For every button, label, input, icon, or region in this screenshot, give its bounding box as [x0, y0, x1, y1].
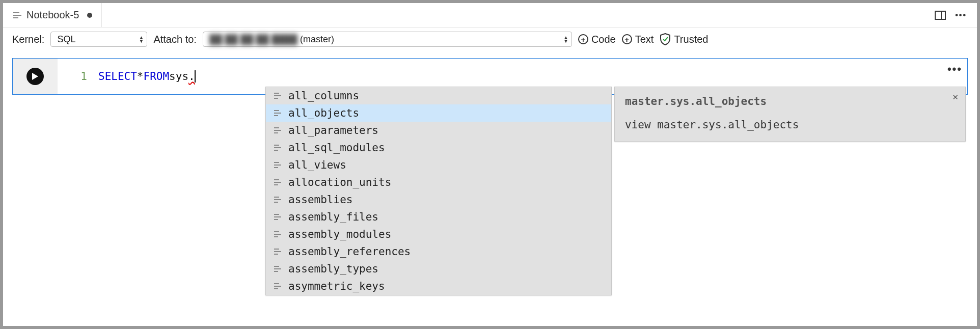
- notebook-icon: [13, 12, 21, 18]
- autocomplete-item-label: asymmetric_keys: [288, 280, 385, 292]
- shield-icon: [660, 33, 671, 45]
- autocomplete-item[interactable]: all_sql_modules: [266, 139, 611, 156]
- documentation-tooltip: ✕ master.sys.all_objects view master.sys…: [614, 87, 966, 142]
- suggestion-icon: [274, 179, 281, 185]
- token-select: SELECT: [98, 70, 137, 83]
- split-editor-icon[interactable]: [935, 11, 946, 20]
- doc-title: master.sys.all_objects: [625, 95, 955, 107]
- kernel-value: SQL: [57, 34, 75, 45]
- editor-area: 1 SELECT * FROM sys . ••• all_columnsall…: [3, 51, 977, 326]
- autocomplete-item[interactable]: all_views: [266, 156, 611, 174]
- autocomplete-item[interactable]: assembly_types: [266, 260, 611, 278]
- autocomplete-item-label: allocation_units: [288, 176, 391, 188]
- suggestion-icon: [274, 283, 281, 289]
- suggestion-icon: [274, 197, 281, 203]
- suggestion-icon: [274, 231, 281, 237]
- attach-label: Attach to:: [153, 34, 197, 45]
- doc-body: view master.sys.all_objects: [625, 119, 955, 131]
- autocomplete-item[interactable]: assembly_modules: [266, 226, 611, 243]
- attach-suffix: (master): [300, 34, 334, 44]
- trusted-indicator[interactable]: Trusted: [660, 33, 708, 45]
- autocomplete-item-label: assembly_files: [288, 211, 378, 223]
- suggestion-icon: [274, 266, 281, 272]
- suggestion-icon: [274, 127, 281, 133]
- autocomplete-item-label: assembly_modules: [288, 228, 391, 240]
- add-code-cell-button[interactable]: + Code: [578, 34, 616, 45]
- autocomplete-item[interactable]: asymmetric_keys: [266, 278, 611, 295]
- notebook-toolbar: Kernel: SQL ▲▼ Attach to: ██ ██ ██ ██ ██…: [3, 28, 977, 51]
- token-from: FROM: [144, 70, 170, 83]
- notebook-window: Notebook-5 ••• Kernel: SQL ▲▼ Attach to:…: [3, 3, 977, 326]
- suggestion-icon: [274, 93, 281, 99]
- autocomplete-item-label: all_objects: [288, 107, 359, 119]
- unsaved-indicator-icon: [87, 13, 92, 18]
- token-star: *: [137, 70, 144, 83]
- line-number: 1: [70, 70, 98, 83]
- add-code-label: Code: [591, 34, 616, 45]
- autocomplete-popup: all_columnsall_objectsall_parametersall_…: [265, 87, 612, 295]
- kernel-label: Kernel:: [12, 34, 44, 45]
- tab-title: Notebook-5: [26, 9, 79, 21]
- autocomplete-item[interactable]: all_columns: [266, 87, 611, 104]
- run-cell-button[interactable]: [26, 68, 44, 85]
- plus-circle-icon: +: [622, 34, 632, 44]
- add-text-cell-button[interactable]: + Text: [622, 34, 654, 45]
- select-arrows-icon: ▲▼: [139, 36, 144, 43]
- autocomplete-item-label: assembly_types: [288, 263, 378, 275]
- suggestion-icon: [274, 162, 281, 168]
- cell-more-icon[interactable]: •••: [947, 63, 962, 76]
- suggestion-icon: [274, 214, 281, 220]
- trusted-label: Trusted: [674, 34, 708, 45]
- suggestion-icon: [274, 145, 281, 151]
- tab-bar: Notebook-5 •••: [3, 3, 977, 28]
- autocomplete-item-label: assemblies: [288, 194, 352, 206]
- add-text-label: Text: [635, 34, 654, 45]
- select-arrows-icon: ▲▼: [563, 36, 568, 43]
- autocomplete-item[interactable]: allocation_units: [266, 174, 611, 191]
- token-schema: sys: [169, 70, 188, 83]
- autocomplete-item[interactable]: assemblies: [266, 191, 611, 208]
- autocomplete-item[interactable]: all_parameters: [266, 122, 611, 139]
- plus-circle-icon: +: [578, 34, 588, 44]
- more-actions-icon[interactable]: •••: [955, 11, 967, 20]
- text-caret: [195, 70, 196, 83]
- autocomplete-item[interactable]: all_objects: [266, 104, 611, 122]
- cell-gutter: [13, 59, 58, 94]
- attach-server-blurred: ██ ██ ██ ██ ████: [209, 34, 297, 45]
- suggestion-icon: [274, 249, 281, 255]
- autocomplete-item-label: all_columns: [288, 90, 359, 102]
- close-tooltip-button[interactable]: ✕: [952, 91, 958, 102]
- autocomplete-item-label: all_views: [288, 159, 346, 171]
- autocomplete-item[interactable]: assembly_references: [266, 243, 611, 260]
- autocomplete-item-label: all_sql_modules: [288, 142, 385, 154]
- autocomplete-item-label: all_parameters: [288, 124, 378, 136]
- kernel-select[interactable]: SQL ▲▼: [50, 32, 147, 47]
- tab-notebook[interactable]: Notebook-5: [8, 3, 102, 27]
- attach-select[interactable]: ██ ██ ██ ██ ████ (master) ▲▼: [203, 32, 572, 47]
- autocomplete-item[interactable]: assembly_files: [266, 208, 611, 226]
- autocomplete-item-label: assembly_references: [288, 245, 411, 258]
- suggestion-icon: [274, 110, 281, 116]
